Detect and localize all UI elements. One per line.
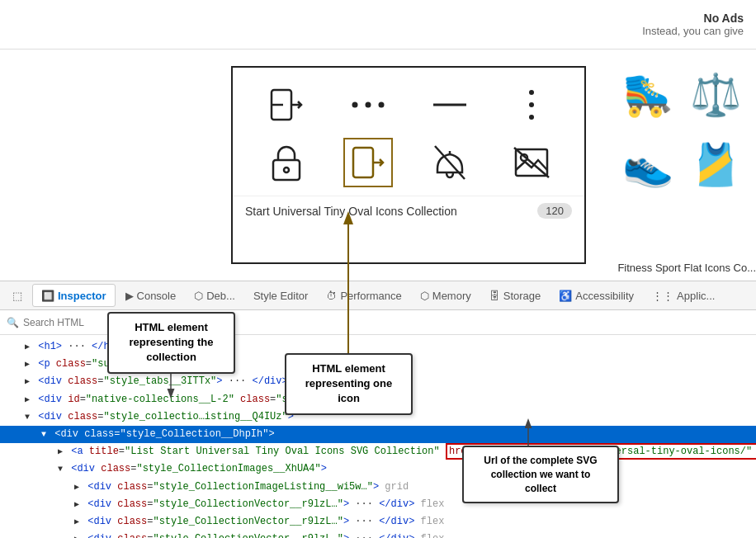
collection-card[interactable]: Start Universal Tiny Oval Icons Collecti… (231, 66, 586, 264)
accessibility-icon: ♿ (559, 290, 572, 302)
triangle-icon: ▼ (25, 411, 30, 424)
triangle-icon: ▶ (74, 533, 79, 538)
icon-dots (343, 80, 393, 130)
svg-point-8 (529, 115, 534, 120)
applications-icon: ⋮⋮ (652, 290, 673, 302)
html-line-vector-2: ▶ <div class="style_CollectionVector__r9… (0, 513, 756, 531)
debugger-icon: ⬡ (194, 290, 203, 302)
icon-vertical-dots (507, 80, 556, 130)
console-icon: ▶ (125, 290, 134, 302)
html-line-vector-1: ▶ <div class="style_CollectionVector__r9… (0, 496, 756, 513)
icons-grid (233, 68, 584, 196)
triangle-icon: ▶ (74, 516, 79, 529)
html-line-vector-3: ▶ <div class="style_CollectionVector__r9… (0, 531, 756, 538)
storage-icon: 🗄 (489, 290, 500, 302)
tab-console[interactable]: ▶ Console (117, 284, 185, 307)
svg-point-10 (284, 168, 289, 172)
triangle-icon: ▶ (25, 394, 30, 407)
icon-image-muted (507, 138, 556, 187)
tab-inspector[interactable]: 🔲 Inspector (32, 284, 116, 307)
tab-performance[interactable]: ⏱ Performance (318, 284, 409, 307)
tab-style-editor[interactable]: Style Editor (245, 284, 316, 307)
triangle-icon: ▶ (58, 446, 63, 459)
tab-debugger[interactable]: ⬡ Deb... (186, 284, 243, 307)
triangle-icon: ▶ (25, 375, 30, 389)
tab-memory[interactable]: ⬡ Memory (412, 284, 480, 307)
performance-icon: ⏱ (326, 290, 337, 302)
content-area: Start Universal Tiny Oval Icons Collecti… (0, 50, 756, 281)
emoji-tank-top: 🎽 (684, 132, 749, 198)
inspector-icon: 🔲 (41, 290, 54, 302)
svg-point-3 (365, 102, 371, 108)
collection-title: Start Universal Tiny Oval Icons Collecti… (245, 205, 457, 218)
emoji-sneaker: 👟 (616, 132, 680, 198)
html-line-image-listing: ▶ <div class="style_CollectionImageListi… (0, 479, 756, 496)
annotation-icon: HTML element representing one icon (285, 353, 413, 415)
right-icons: 🛼 ⚖️ 👟 🎽 (607, 50, 756, 210)
svg-point-4 (378, 102, 384, 108)
svg-rect-11 (353, 148, 373, 177)
svg-line-15 (514, 148, 549, 177)
triangle-icon: ▶ (74, 498, 79, 512)
icon-minus (425, 80, 475, 130)
memory-icon: ⬡ (420, 290, 429, 302)
fitness-label: Fitness Sport Flat Icons Co... (617, 262, 756, 274)
html-line-collection-highlighted[interactable]: ▼ <div class="style_Collection__DhpIh"> (0, 426, 756, 443)
no-ads-text: No Ads Instead, you can give (642, 12, 748, 37)
svg-point-7 (529, 102, 534, 107)
icon-exit (262, 80, 311, 130)
svg-point-2 (352, 102, 357, 108)
html-line-collection-images: ▼ <div class="style_CollectionImages__Xh… (0, 460, 756, 478)
devtools-toolbar: ⬚ 🔲 Inspector ▶ Console ⬡ Deb... Style E… (0, 281, 756, 310)
search-icon: 🔍 (7, 317, 19, 328)
collection-count: 120 (537, 203, 572, 219)
emoji-roller-skate: 🛼 (616, 62, 680, 128)
devtools-pointer[interactable]: ⬚ (4, 284, 31, 307)
triangle-icon: ▼ (41, 428, 46, 441)
emoji-scale: ⚖️ (684, 62, 749, 128)
no-ads-title: No Ads (642, 12, 744, 25)
triangle-icon: ▼ (58, 463, 63, 476)
triangle-icon: ▶ (74, 481, 79, 494)
triangle-icon: ▶ (25, 358, 30, 371)
svg-point-6 (529, 90, 534, 95)
tab-accessibility[interactable]: ♿ Accessibility (550, 284, 642, 307)
top-banner: No Ads Instead, you can give (0, 0, 756, 50)
icon-lock (262, 138, 311, 187)
no-ads-subtitle: Instead, you can give (642, 25, 744, 37)
annotation-collection: HTML element representing the collection (107, 312, 235, 374)
tab-storage[interactable]: 🗄 Storage (481, 284, 550, 307)
triangle-icon: ▶ (25, 341, 30, 354)
svg-point-16 (521, 154, 527, 161)
pointer-icon: ⬚ (12, 290, 22, 302)
collection-footer: Start Universal Tiny Oval Icons Collecti… (233, 196, 584, 225)
html-line-anchor: ▶ <a title="List Start Universal Tiny Ov… (0, 443, 756, 460)
svg-rect-9 (273, 160, 300, 180)
icon-enter-highlighted (343, 138, 393, 187)
icon-bell-muted (425, 138, 475, 187)
tab-applications[interactable]: ⋮⋮ Applic... (644, 284, 723, 307)
annotation-url: Url of the complete SVG collection we wa… (462, 446, 619, 503)
